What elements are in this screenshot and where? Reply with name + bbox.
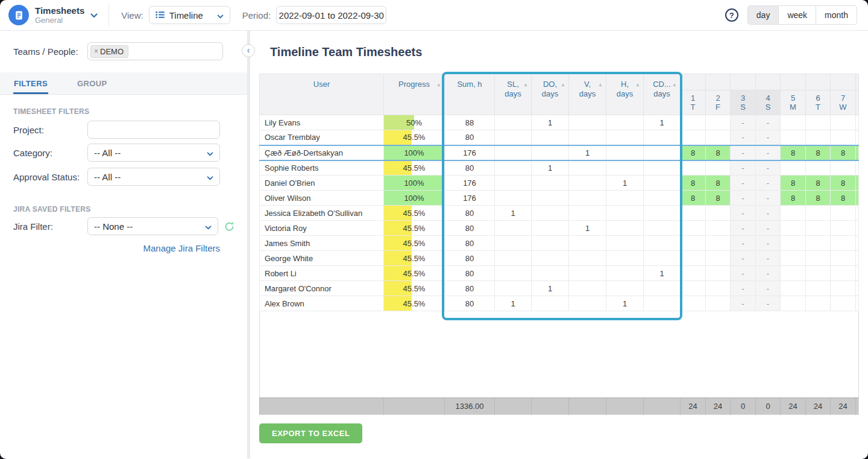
timesheet-row[interactable]: George White45.5%80--: [260, 251, 859, 266]
timesheet-row[interactable]: Alex Brown45.5%8011--: [260, 296, 859, 311]
col-header-cd[interactable]: CD... days▲: [644, 74, 681, 115]
day-cell-3[interactable]: -: [731, 266, 756, 281]
day-cell-2[interactable]: 8: [706, 145, 731, 160]
timesheet-row[interactable]: Çæð Æøð-Dertsakyan100%176188--888: [260, 145, 859, 160]
day-cell-6[interactable]: [806, 130, 831, 145]
day-cell-2[interactable]: [706, 296, 731, 311]
day-cell-1[interactable]: 8: [681, 176, 706, 191]
day-cell-5[interactable]: 8: [781, 145, 806, 160]
jira-filter-select[interactable]: -- None --: [87, 217, 218, 235]
export-to-excel-button[interactable]: EXPORT TO EXCEL: [259, 423, 362, 443]
day-cell-3[interactable]: -: [731, 191, 756, 206]
day-cell-4[interactable]: -: [756, 160, 781, 176]
day-cell-2[interactable]: [706, 236, 731, 251]
remove-tag-icon[interactable]: ×: [94, 47, 98, 55]
timesheet-row[interactable]: Jessica Elizabeth O'Sullivan45.5%801--: [260, 206, 859, 221]
day-cell-3[interactable]: -: [731, 281, 756, 296]
day-cell-3[interactable]: -: [731, 115, 756, 130]
day-cell-6[interactable]: 8: [806, 145, 831, 160]
day-cell-1[interactable]: [681, 251, 706, 266]
day-cell-1[interactable]: [681, 130, 706, 145]
col-header-progress[interactable]: Progress▲: [384, 74, 445, 115]
day-cell-4[interactable]: -: [756, 281, 781, 296]
day-cell-1[interactable]: [681, 296, 706, 311]
day-cell-2[interactable]: [706, 160, 731, 176]
day-cell-4[interactable]: -: [756, 115, 781, 130]
col-header-h[interactable]: H, days▲: [606, 74, 644, 115]
sort-asc-icon[interactable]: ▲: [561, 80, 565, 90]
view-select[interactable]: Timeline: [149, 6, 230, 24]
sort-asc-icon[interactable]: ▲: [436, 80, 441, 90]
timesheet-row[interactable]: Margaret O'Connor45.5%801--: [260, 281, 859, 296]
day-cell-1[interactable]: [681, 281, 706, 296]
day-cell-5[interactable]: [781, 115, 806, 130]
day-cell-7[interactable]: [831, 221, 856, 236]
day-cell-4[interactable]: -: [756, 176, 781, 191]
day-cell-1[interactable]: 8: [681, 191, 706, 206]
day-cell-2[interactable]: [706, 221, 731, 236]
sort-asc-icon[interactable]: ▲: [672, 80, 677, 90]
day-cell-4[interactable]: -: [756, 130, 781, 145]
day-cell-7[interactable]: [831, 296, 856, 311]
day-cell-3[interactable]: -: [731, 236, 756, 251]
day-cell-5[interactable]: [781, 296, 806, 311]
timesheet-row[interactable]: Oscar Tremblay45.5%80--: [260, 130, 859, 145]
collapse-sidebar-button[interactable]: ‹: [242, 44, 255, 57]
zoom-week-button[interactable]: week: [778, 6, 816, 24]
day-cell-7[interactable]: [831, 266, 856, 281]
day-cell-3[interactable]: -: [731, 251, 756, 266]
day-cell-7[interactable]: [831, 130, 856, 145]
day-cell-7[interactable]: [831, 160, 856, 176]
zoom-day-button[interactable]: day: [748, 6, 779, 24]
teams-people-input[interactable]: ×DEMO: [87, 42, 223, 60]
day-cell-2[interactable]: [706, 266, 731, 281]
day-cell-1[interactable]: [681, 236, 706, 251]
day-cell-6[interactable]: [806, 115, 831, 130]
day-cell-3[interactable]: -: [731, 206, 756, 221]
day-cell-4[interactable]: -: [756, 191, 781, 206]
day-cell-3[interactable]: -: [731, 160, 756, 176]
day-cell-2[interactable]: [706, 206, 731, 221]
day-cell-5[interactable]: [781, 206, 806, 221]
day-cell-2[interactable]: [706, 130, 731, 145]
day-cell-4[interactable]: -: [756, 145, 781, 160]
day-cell-1[interactable]: [681, 206, 706, 221]
timesheet-row[interactable]: Sophie Roberts45.5%801--: [260, 160, 859, 176]
day-cell-5[interactable]: [781, 236, 806, 251]
col-header-v[interactable]: V, days▲: [569, 74, 606, 115]
day-cell-3[interactable]: -: [731, 145, 756, 160]
day-cell-4[interactable]: -: [756, 266, 781, 281]
day-cell-5[interactable]: [781, 160, 806, 176]
day-cell-5[interactable]: 8: [781, 191, 806, 206]
day-cell-6[interactable]: [806, 266, 831, 281]
day-cell-5[interactable]: [781, 130, 806, 145]
day-cell-3[interactable]: -: [731, 296, 756, 311]
day-cell-2[interactable]: 8: [706, 191, 731, 206]
day-cell-6[interactable]: 8: [806, 191, 831, 206]
day-cell-7[interactable]: [831, 251, 856, 266]
day-cell-5[interactable]: 8: [781, 176, 806, 191]
manage-jira-filters-link[interactable]: Manage Jira Filters: [13, 243, 220, 253]
day-cell-6[interactable]: [806, 296, 831, 311]
day-cell-3[interactable]: -: [731, 176, 756, 191]
day-cell-1[interactable]: [681, 115, 706, 130]
project-input[interactable]: [87, 121, 220, 139]
zoom-month-button[interactable]: month: [816, 6, 857, 24]
day-cell-3[interactable]: -: [731, 130, 756, 145]
chevron-down-icon[interactable]: [90, 10, 98, 21]
timesheet-row[interactable]: Victoria Roy45.5%801--: [260, 221, 859, 236]
day-cell-5[interactable]: [781, 266, 806, 281]
tab-group[interactable]: GROUP: [77, 72, 108, 94]
day-cell-3[interactable]: -: [731, 221, 756, 236]
day-cell-2[interactable]: [706, 281, 731, 296]
day-cell-1[interactable]: [681, 221, 706, 236]
day-cell-6[interactable]: [806, 281, 831, 296]
sort-asc-icon[interactable]: ▲: [598, 80, 603, 90]
day-cell-4[interactable]: -: [756, 251, 781, 266]
day-cell-5[interactable]: [781, 221, 806, 236]
day-cell-7[interactable]: 8: [831, 176, 856, 191]
day-cell-1[interactable]: [681, 266, 706, 281]
sort-asc-icon[interactable]: ▲: [523, 80, 528, 90]
day-cell-6[interactable]: 8: [806, 176, 831, 191]
day-cell-6[interactable]: [806, 236, 831, 251]
